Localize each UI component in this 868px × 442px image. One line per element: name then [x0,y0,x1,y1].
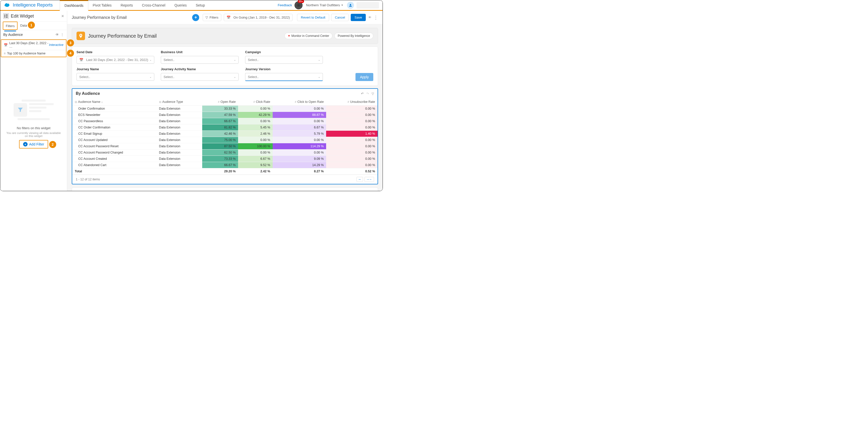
filter-list: 📅 Last 30 Days (Dec 2, 2022 - … Interact… [1,39,66,57]
filter-item-top100[interactable]: ≡ Top 100 by Audience Name 4 [1,50,66,57]
pager-label: 1 - 12 of 12 items [76,178,100,181]
sidebar-title: Edit Widget [11,13,61,19]
nav-tab-cross-channel[interactable]: Cross-Channel [137,0,170,10]
no-filters-label: No filters on this widget [17,126,51,130]
save-button[interactable]: Save [351,14,366,21]
column-header[interactable]: ⊟Audience Name ↓ [72,98,157,105]
column-header[interactable]: #Click to Open Rate [273,98,326,105]
table-row[interactable]: Order ConfirmationData Extension33.33 %0… [72,105,377,112]
filter-select-journey-name[interactable]: Select..⌄ [76,73,154,81]
data-table: ⊟Audience Name ↓⊟Audience Type#Open Rate… [72,98,377,175]
undo-icon[interactable]: ↶ [361,92,364,96]
by-audience-widget: By Audience ↶ ↷ ▽ ⊟Audience Name ↓⊟Audie… [72,88,378,184]
column-header[interactable]: #Click Rate [238,98,273,105]
more-icon[interactable]: ⋮ [374,15,378,20]
calendar-icon: 📅 [226,15,230,19]
no-filters-hint: You are currently viewing all data avail… [5,131,62,137]
filter-panel: Send Date📅Last 30 Days (Dec 2, 2022 - De… [72,46,378,86]
callout-3: 3 [67,39,74,46]
nav-tab-reports[interactable]: Reports [116,0,137,10]
filter-select-campaign[interactable]: Select..⌄ [245,56,323,64]
redo-icon[interactable]: ↷ [366,92,369,96]
apply-button[interactable]: Apply [355,73,373,81]
filter-select-journey-version[interactable]: Select..⌄ [245,73,323,81]
audience-title: By Audience [3,33,23,37]
plus-icon: + [23,142,28,147]
filter-item-date[interactable]: 📅 Last 30 Days (Dec 2, 2022 - … Interact… [1,40,66,50]
table-row[interactable]: CC PasswordlessData Extension66.67 %0.00… [72,118,377,124]
filter-label: Campaign [245,50,323,54]
powered-pill[interactable]: Powered By Intelligence [334,33,373,39]
user-avatar[interactable] [347,2,354,9]
side-tab-data[interactable]: Data [18,22,29,30]
filters-button[interactable]: ▽Filters [203,14,221,21]
sidebar: Edit Widget × Filters1Data By Audience 👁… [0,11,67,191]
pager-fit[interactable]: ↔ [356,177,363,182]
column-header[interactable]: ⊟Audience Type [157,98,202,105]
table-row[interactable]: CC Email SignupData Extension42.46 %2.46… [72,131,377,137]
nav-tab-dashboards[interactable]: Dashboards [60,0,88,11]
visibility-icon[interactable]: 👁 [56,33,59,37]
side-tab-filters[interactable]: Filters [3,22,18,30]
table-total-row: Total29.20 %2.42 %8.27 %0.52 % [72,168,377,175]
assistant-button[interactable]: 99+ [294,1,303,9]
table-row[interactable]: CC Account UpdatedData Extension75.00 %0… [72,137,377,143]
salesforce-logo-icon [4,2,10,8]
table-row[interactable]: CC Abandoned CartData Extension66.67 %9.… [72,162,377,168]
add-filter-button[interactable]: + Add Filter 2 [19,140,48,149]
callout-4: 4 [67,50,74,57]
filter-label: Journey Activity Name [161,67,239,71]
table-row[interactable]: CC Account CreatedData Extension73.33 %6… [72,156,377,162]
filter-select-send-date[interactable]: 📅Last 30 Days (Dec 2, 2022 - Dec 31, 202… [76,56,154,64]
filter-label: Business Unit [161,50,239,54]
svg-rect-3 [6,16,8,18]
page-title: Journey Performance by Email [72,15,192,20]
sort-icon: ≡ [4,52,5,55]
svg-point-0 [350,4,351,5]
feedback-link[interactable]: Feedback [278,3,292,7]
calendar-icon: 📅 [4,43,8,47]
svg-rect-2 [6,14,8,16]
cancel-button[interactable]: Cancel [331,14,349,21]
table-row[interactable]: CC Account Password ResetData Extension8… [72,143,377,150]
nav-tab-pivot-tables[interactable]: Pivot Tables [88,0,116,10]
more-icon[interactable]: ⋮ [60,33,64,37]
nav-tab-setup[interactable]: Setup [191,0,210,10]
add-button[interactable]: + [192,14,199,21]
filter-select-journey-activity-name[interactable]: Select..⌄ [161,73,239,81]
filter-label: Journey Version [245,67,323,71]
svg-rect-1 [4,14,5,18]
widget-title: By Audience [76,91,100,96]
filter-select-business-unit[interactable]: Select..⌄ [161,56,239,64]
page-header-card: Journey Performance by Email ✦Monitor in… [72,28,378,44]
table-row[interactable]: ECS NewsletterData Extension47.59 %42.29… [72,112,377,118]
monitor-pill[interactable]: ✦Monitor in Command Center [284,33,333,39]
table-row[interactable]: CC Order ConfirmationData Extension81.82… [72,124,377,131]
callout-2: 2 [49,141,56,148]
search-placeholder[interactable] [356,2,379,8]
location-icon [76,32,85,40]
org-switcher[interactable]: Northern Trail Outfitters▼ [306,3,343,7]
close-icon[interactable]: × [61,13,64,19]
empty-state-illustration [13,100,54,122]
preview-icon[interactable]: 👁 [368,15,372,19]
notification-badge: 99+ [298,0,304,3]
journeys-card: Journeys & Activities SendsBouncesBounce… [72,187,378,191]
column-header[interactable]: #Open Rate [202,98,238,105]
pager-next[interactable]: →← [365,177,374,182]
main-toolbar: Journey Performance by Email + ▽Filters … [67,11,382,24]
date-range-button[interactable]: 📅On Going (Jan 1, 2019 - Dec 31, 2022) [224,14,293,21]
filter-label: Send Date [76,50,154,54]
top-navbar: Intelligence Reports DashboardsPivot Tab… [0,0,382,11]
page-heading: Journey Performance by Email [88,33,157,39]
revert-button[interactable]: Revert to Default [297,14,329,21]
widget-icon [3,13,9,19]
nav-tab-queries[interactable]: Queries [170,0,191,10]
filter-icon[interactable]: ▽ [372,92,374,96]
column-header[interactable]: #Unsubscribe Rate [326,98,377,105]
funnel-icon: ▽ [206,15,208,19]
filter-label: Journey Name [76,67,154,71]
table-row[interactable]: CC Account Password ChangedData Extensio… [72,150,377,156]
app-title: Intelligence Reports [13,2,53,8]
